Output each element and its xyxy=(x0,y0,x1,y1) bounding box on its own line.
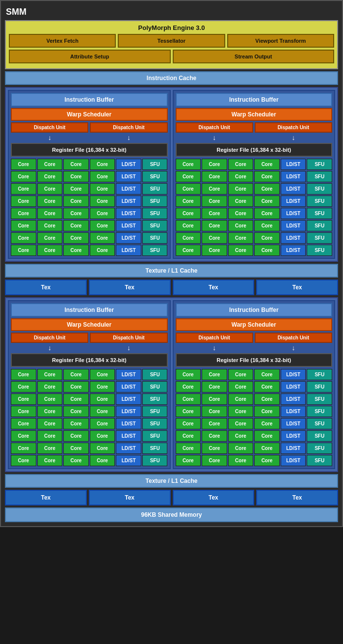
ldst-cell: LD/ST xyxy=(281,183,306,195)
sfu-cell: SFU xyxy=(307,393,332,405)
core-cell: Core xyxy=(202,418,227,429)
core-cell: Core xyxy=(11,220,36,231)
sfu-cell: SFU xyxy=(307,220,332,231)
ldst-cell: LD/ST xyxy=(116,430,141,442)
sfu-cell: SFU xyxy=(307,443,332,454)
core-cell: Core xyxy=(176,196,201,207)
core-cell: Core xyxy=(90,220,115,231)
core-cell: Core xyxy=(228,418,254,429)
core-cell: Core xyxy=(37,369,63,380)
core-cell: Core xyxy=(63,381,89,392)
core-cell: Core xyxy=(254,232,280,244)
core-cell: Core xyxy=(11,393,36,405)
core-cell: Core xyxy=(254,208,280,219)
core-cell: Core xyxy=(176,171,201,182)
stream-output: Stream Output xyxy=(173,50,335,63)
ldst-cell: LD/ST xyxy=(116,183,141,195)
arrow-tr-2: ↓ xyxy=(255,134,332,141)
ldst-cell: LD/ST xyxy=(116,159,141,170)
core-cell: Core xyxy=(90,406,115,417)
tex-box-1: Tex xyxy=(5,280,87,295)
ib-top-right: Instruction Buffer xyxy=(176,93,333,107)
core-cell: Core xyxy=(228,196,254,207)
arrow-row-top-left: ↓ ↓ xyxy=(11,134,168,141)
core-cell: Core xyxy=(63,406,89,417)
core-cell: Core xyxy=(228,393,254,405)
arrow-row-top-right: ↓ ↓ xyxy=(176,134,333,141)
core-grid-top-right: Core Core Core Core LD/ST SFU Core Core … xyxy=(176,159,333,256)
arrow-tr-1: ↓ xyxy=(176,134,253,141)
ws-top-left: Warp Scheduler xyxy=(11,108,168,121)
core-cell: Core xyxy=(202,183,227,195)
core-cell: Core xyxy=(90,455,115,466)
sfu-cell: SFU xyxy=(142,443,168,454)
core-cell: Core xyxy=(63,369,89,380)
core-cell: Core xyxy=(90,232,115,244)
sfu-cell: SFU xyxy=(307,406,332,417)
core-cell: Core xyxy=(90,393,115,405)
sfu-cell: SFU xyxy=(142,220,168,231)
rf-top-left: Register File (16,384 x 32-bit) xyxy=(11,143,168,157)
core-cell: Core xyxy=(11,406,36,417)
sfu-cell: SFU xyxy=(142,381,168,392)
core-cell: Core xyxy=(202,196,227,207)
core-cell: Core xyxy=(37,418,63,429)
tessellator: Tessellator xyxy=(118,34,225,48)
core-cell: Core xyxy=(90,196,115,207)
sfu-cell: SFU xyxy=(142,245,168,256)
core-cell: Core xyxy=(90,369,115,380)
core-cell: Core xyxy=(90,183,115,195)
core-cell: Core xyxy=(11,171,36,182)
sfu-cell: SFU xyxy=(142,430,168,442)
arrow-br-1: ↓ xyxy=(176,344,253,352)
core-cell: Core xyxy=(90,159,115,170)
sfu-cell: SFU xyxy=(307,430,332,442)
half-top-left: Instruction Buffer Warp Scheduler Dispat… xyxy=(8,90,171,259)
core-cell: Core xyxy=(63,196,89,207)
du-bottom-right-1: Dispatch Unit xyxy=(176,333,253,343)
dispatch-row-top-left: Dispatch Unit Dispatch Unit xyxy=(11,122,168,133)
core-cell: Core xyxy=(202,393,227,405)
sfu-cell: SFU xyxy=(307,196,332,207)
ldst-cell: LD/ST xyxy=(116,443,141,454)
main-area-bottom: Instruction Buffer Warp Scheduler Dispat… xyxy=(5,297,338,472)
core-cell: Core xyxy=(202,381,227,392)
ib-bottom-right: Instruction Buffer xyxy=(176,303,333,317)
core-cell: Core xyxy=(176,393,201,405)
core-cell: Core xyxy=(90,208,115,219)
ldst-cell: LD/ST xyxy=(281,171,306,182)
core-cell: Core xyxy=(11,245,36,256)
core-cell: Core xyxy=(176,159,201,170)
tex-box-5: Tex xyxy=(5,490,87,505)
arrow-tl-1: ↓ xyxy=(11,134,88,141)
core-cell: Core xyxy=(37,208,63,219)
arrow-tl-2: ↓ xyxy=(90,134,167,141)
vertex-fetch: Vertex Fetch xyxy=(9,34,116,48)
core-cell: Core xyxy=(228,208,254,219)
core-cell: Core xyxy=(11,381,36,392)
core-cell: Core xyxy=(37,393,63,405)
sfu-cell: SFU xyxy=(142,393,168,405)
core-cell: Core xyxy=(11,159,36,170)
core-cell: Core xyxy=(11,232,36,244)
tex-row-top: Tex Tex Tex Tex xyxy=(5,280,338,295)
core-cell: Core xyxy=(63,183,89,195)
sfu-cell: SFU xyxy=(307,208,332,219)
ldst-cell: LD/ST xyxy=(116,232,141,244)
core-grid-top-left: Core Core Core Core LD/ST SFU Core Core … xyxy=(11,159,168,256)
ldst-cell: LD/ST xyxy=(281,381,306,392)
core-cell: Core xyxy=(202,443,227,454)
core-cell: Core xyxy=(254,381,280,392)
du-top-right-1: Dispatch Unit xyxy=(176,122,253,133)
du-top-left-1: Dispatch Unit xyxy=(11,122,88,133)
sfu-cell: SFU xyxy=(142,455,168,466)
core-cell: Core xyxy=(254,455,280,466)
half-bottom-left: Instruction Buffer Warp Scheduler Dispat… xyxy=(8,300,171,469)
core-cell: Core xyxy=(254,369,280,380)
sfu-cell: SFU xyxy=(142,196,168,207)
ldst-cell: LD/ST xyxy=(116,220,141,231)
core-cell: Core xyxy=(254,418,280,429)
core-cell: Core xyxy=(37,245,63,256)
ws-bottom-right: Warp Scheduler xyxy=(176,318,333,331)
core-cell: Core xyxy=(254,220,280,231)
